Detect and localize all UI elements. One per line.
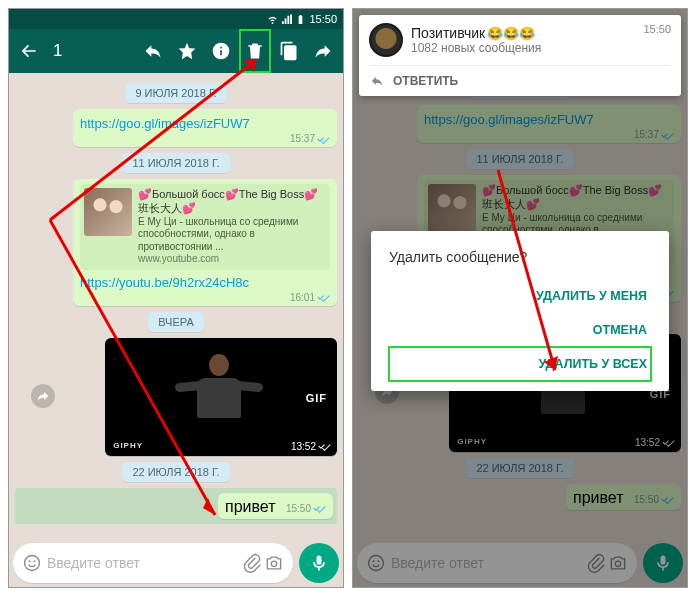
gif-badge: GIF [306,392,327,404]
avatar [369,23,403,57]
delete-dialog: Удалить сообщение? УДАЛИТЬ У МЕНЯ ОТМЕНА… [371,231,669,391]
forward-circle-icon[interactable] [31,384,55,408]
phone-left: 15:50 1 9 ИЮЛЯ 2018 Г. https://goo.gl/im… [8,8,344,588]
delete-for-all-button[interactable]: УДАЛИТЬ У ВСЕХ [389,347,651,381]
double-check-icon [317,292,330,302]
message-bubble-preview[interactable]: 💕Большой босс💕The Big Boss💕班长大人💕 Е Му Ци… [73,179,337,306]
double-check-icon [313,503,326,513]
emoji-icon[interactable] [21,552,43,574]
dialog-title: Удалить сообщение? [389,249,651,265]
date-pill: 22 ИЮЛЯ 2018 Г. [122,462,229,482]
svg-point-2 [34,560,36,562]
selected-message[interactable]: привет 15:50 [15,488,337,524]
back-button[interactable] [13,29,45,73]
message-text: привет [225,498,276,515]
link-preview[interactable]: 💕Большой босс💕The Big Boss💕班长大人💕 Е Му Ци… [80,184,330,270]
signal-icon [281,14,292,25]
battery-icon [295,14,306,25]
copy-button[interactable] [273,29,305,73]
message-input[interactable]: Введите ответ [13,543,293,583]
reply-button[interactable] [137,29,169,73]
selection-count: 1 [53,41,62,61]
date-pill: 9 ИЮЛЯ 2018 Г. [125,83,226,103]
notif-subtitle: 1082 новых сообщения [411,41,541,55]
date-pill: ВЧЕРА [148,312,203,332]
forward-button[interactable] [307,29,339,73]
info-button[interactable] [205,29,237,73]
notif-title: Позитивчик [411,25,485,41]
attach-icon[interactable] [241,552,263,574]
notif-time: 15:50 [643,23,671,35]
notification-card[interactable]: Позитивчик😂😂😂 1082 новых сообщения 15:50… [359,15,681,96]
phone-right: 9 ИЮЛЯ 2018 Г. https://goo.gl/images/izF… [352,8,688,588]
camera-icon[interactable] [263,552,285,574]
gif-message[interactable]: GIF GIPHY 13:52 [105,338,337,456]
preview-thumbnail [84,188,132,236]
svg-point-0 [25,556,40,571]
date-pill: 11 ИЮЛЯ 2018 Г. [122,153,229,173]
notif-reply-button[interactable]: ОТВЕТИТЬ [369,65,671,96]
gif-source: GIPHY [113,441,143,450]
status-time: 15:50 [309,13,337,25]
delete-for-me-button[interactable]: УДАЛИТЬ У МЕНЯ [389,279,651,313]
svg-point-1 [29,560,31,562]
delete-button[interactable] [239,29,271,73]
input-placeholder: Введите ответ [43,555,241,571]
chat-scroll[interactable]: 9 ИЮЛЯ 2018 Г. https://goo.gl/images/izF… [9,73,343,541]
input-bar: Введите ответ [13,543,339,583]
trash-icon [245,41,265,61]
message-bubble[interactable]: https://goo.gl/images/izFUW7 15:37 [73,109,337,147]
message-link[interactable]: https://youtu.be/9h2rx24cH8c [80,275,249,290]
svg-point-3 [271,561,276,566]
wifi-icon [267,14,278,25]
star-button[interactable] [171,29,203,73]
reply-icon [369,74,385,88]
selection-action-bar: 1 [9,29,343,73]
status-bar: 15:50 [9,9,343,29]
notif-emoji: 😂😂😂 [487,26,535,41]
cancel-button[interactable]: ОТМЕНА [389,313,651,347]
double-check-icon [318,441,331,451]
mic-button[interactable] [299,543,339,583]
message-link[interactable]: https://goo.gl/images/izFUW7 [80,116,250,131]
double-check-icon [317,134,330,144]
